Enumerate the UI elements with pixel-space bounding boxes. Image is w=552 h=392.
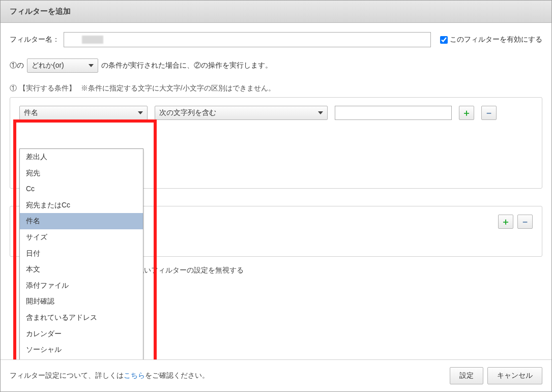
dropdown-option[interactable]: 日付 bbox=[20, 246, 143, 262]
help-link[interactable]: こちら bbox=[124, 371, 145, 379]
dropdown-option[interactable]: 差出人 bbox=[20, 149, 143, 165]
logic-select-label: どれか(or) bbox=[32, 61, 64, 70]
logic-select[interactable]: どれか(or) bbox=[27, 58, 98, 73]
remove-action-button[interactable]: － bbox=[517, 215, 533, 229]
add-action-button[interactable]: ＋ bbox=[498, 215, 513, 229]
conditions-header-note: ※条件に指定する文字に大文字/小文字の区別はできません。 bbox=[81, 84, 275, 92]
dropdown-option[interactable]: カレンダー bbox=[20, 326, 143, 342]
condition-field-select[interactable]: 件名 bbox=[19, 106, 148, 120]
dropdown-option[interactable]: Cc bbox=[20, 181, 143, 197]
conditions-header-label: ① 【実行する条件】 bbox=[10, 84, 76, 92]
help-text: フィルター設定について、詳しくはこちらをご確認ください。 bbox=[10, 371, 209, 380]
filter-name-placeholder bbox=[82, 36, 103, 44]
dropdown-option[interactable]: 開封確認 bbox=[20, 293, 143, 310]
condition-field-label: 件名 bbox=[24, 108, 38, 117]
dropdown-option[interactable]: ヘッダーの名前 bbox=[20, 358, 143, 359]
chevron-down-icon bbox=[89, 64, 94, 67]
help-suffix: をご確認ください。 bbox=[145, 371, 209, 379]
chevron-down-icon bbox=[318, 111, 323, 114]
logic-suffix: の条件が実行された場合に、②の操作を実行します。 bbox=[101, 61, 272, 70]
filter-name-label: フィルター名： bbox=[10, 35, 60, 44]
condition-value-input[interactable] bbox=[335, 106, 452, 120]
dropdown-option[interactable]: 件名 bbox=[20, 213, 143, 229]
filter-name-row: フィルター名： このフィルターを有効にする bbox=[10, 32, 542, 47]
condition-row: 件名 次の文字列を含む ＋ － bbox=[19, 106, 533, 120]
add-condition-button[interactable]: ＋ bbox=[459, 106, 474, 120]
dialog-buttons: 設定 キャンセル bbox=[450, 367, 542, 384]
dialog-title: フィルターを追加 bbox=[1, 1, 551, 23]
filter-name-input[interactable] bbox=[64, 32, 431, 47]
dialog-body: フィルター名： このフィルターを有効にする ①の どれか(or) の条件が実行さ… bbox=[1, 23, 551, 359]
dropdown-option[interactable]: 宛先またはCc bbox=[20, 197, 143, 214]
filter-dialog: フィルターを追加 フィルター名： このフィルターを有効にする ①の どれか(or… bbox=[0, 0, 552, 392]
help-prefix: フィルター設定について、詳しくは bbox=[10, 371, 124, 379]
cancel-button[interactable]: キャンセル bbox=[487, 367, 542, 384]
dialog-footer: フィルター設定について、詳しくはこちらをご確認ください。 設定 キャンセル bbox=[1, 359, 551, 391]
dropdown-option[interactable]: 宛先 bbox=[20, 165, 143, 182]
dropdown-option[interactable]: 含まれているアドレス bbox=[20, 310, 143, 326]
conditions-header: ① 【実行する条件】 ※条件に指定する文字に大文字/小文字の区別はできません。 bbox=[10, 84, 542, 93]
enable-filter-wrap[interactable]: このフィルターを有効にする bbox=[440, 35, 542, 44]
chevron-down-icon bbox=[138, 111, 143, 114]
dropdown-option[interactable]: サイズ bbox=[20, 229, 143, 246]
dropdown-option[interactable]: 添付ファイル bbox=[20, 278, 143, 294]
logic-row: ①の どれか(or) の条件が実行された場合に、②の操作を実行します。 bbox=[10, 58, 542, 73]
dropdown-option[interactable]: 本文 bbox=[20, 261, 143, 278]
enable-filter-label: このフィルターを有効にする bbox=[450, 35, 542, 44]
condition-operator-label: 次の文字列を含む bbox=[159, 108, 216, 117]
condition-field-dropdown[interactable]: 差出人宛先Cc宛先またはCc件名サイズ日付本文添付ファイル開封確認含まれているア… bbox=[19, 148, 143, 359]
remove-condition-button[interactable]: － bbox=[481, 106, 497, 120]
ok-button[interactable]: 設定 bbox=[450, 367, 483, 384]
logic-prefix: ①の bbox=[10, 61, 24, 70]
enable-filter-checkbox[interactable] bbox=[440, 36, 448, 44]
dropdown-option[interactable]: ソーシャル bbox=[20, 342, 143, 358]
condition-operator-select[interactable]: 次の文字列を含む bbox=[155, 106, 328, 120]
